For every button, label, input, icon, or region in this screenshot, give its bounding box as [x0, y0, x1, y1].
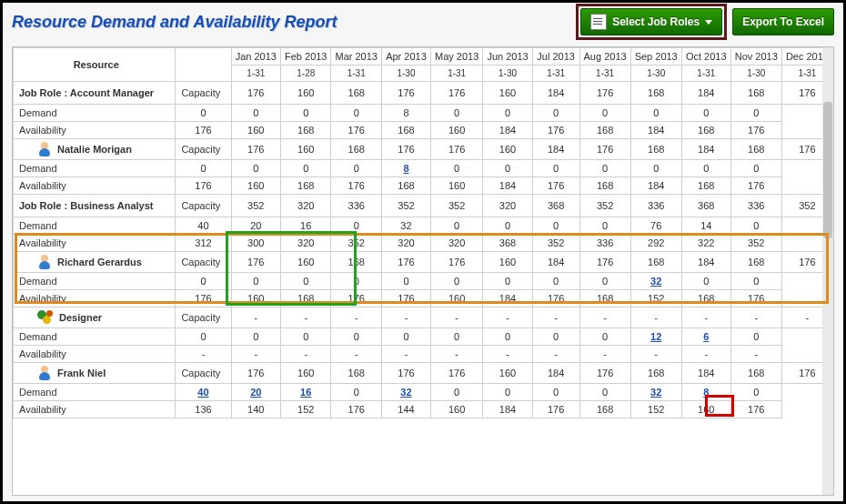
month-header: May 2013	[430, 48, 482, 66]
metric-label: Demand	[14, 160, 176, 177]
demand-link[interactable]: 6	[703, 331, 709, 342]
metric-cell: 168	[331, 363, 381, 384]
metric-cell: 176	[730, 401, 781, 418]
metric-cell: 8	[681, 384, 730, 401]
month-subheader: 1-30	[483, 66, 532, 82]
metric-cell: -	[176, 346, 231, 363]
metric-cell: 0	[579, 273, 630, 290]
demand-link[interactable]: 32	[650, 387, 661, 398]
metric-cell: 160	[281, 363, 331, 384]
metric-cell: 336	[630, 195, 681, 217]
metric-cell: -	[681, 307, 730, 328]
chevron-down-icon	[705, 20, 712, 25]
metric-cell: 168	[381, 177, 430, 195]
metric-cell: 184	[630, 122, 681, 139]
metric-label: Demand	[14, 105, 176, 122]
demand-link[interactable]: 20	[250, 387, 261, 398]
metric-cell: 168	[630, 139, 681, 160]
metric-cell: 168	[281, 122, 331, 139]
metric-label: Availability	[14, 235, 176, 252]
metric-cell: 176	[532, 290, 579, 307]
metric-cell: -	[381, 307, 430, 328]
demand-link[interactable]: 8	[403, 163, 408, 174]
toolbar: Select Job Roles Export To Excel	[576, 4, 834, 40]
metric-cell: 176	[381, 252, 430, 273]
metric-cell: 0	[176, 105, 231, 122]
designer-icon	[37, 310, 54, 325]
metric-cell: 300	[231, 235, 280, 252]
metric-cell: -	[483, 346, 532, 363]
month-subheader: 1-31	[681, 66, 730, 82]
month-subheader: 1-30	[630, 66, 681, 82]
demand-link[interactable]: 32	[650, 276, 661, 287]
metric-cell: 160	[483, 139, 532, 160]
metric-cell: 168	[681, 122, 730, 139]
resource-name: Frank Niel	[57, 368, 106, 378]
month-header: Nov 2013	[730, 48, 781, 66]
metric-cell: 184	[483, 401, 532, 418]
metric-cell: 176	[381, 363, 430, 384]
metric-cell: -	[532, 307, 579, 328]
metric-cell: 144	[381, 401, 430, 418]
select-job-roles-highlight: Select Job Roles	[576, 4, 727, 40]
metric-cell: 176	[331, 122, 381, 139]
user-row: Natalie Morigan	[14, 139, 176, 160]
metric-label: Capacity	[176, 307, 231, 328]
demand-link[interactable]: 12	[650, 331, 661, 342]
metric-cell: 160	[231, 122, 280, 139]
select-job-roles-button[interactable]: Select Job Roles	[580, 8, 722, 35]
top-bar: Resource Demand and Availability Report …	[3, 3, 843, 41]
metric-cell: 184	[681, 252, 730, 273]
metric-cell: 160	[281, 139, 331, 160]
metric-cell: 0	[681, 105, 730, 122]
metric-cell: 176	[331, 177, 381, 195]
demand-link[interactable]: 8	[703, 387, 709, 398]
export-excel-button[interactable]: Export To Excel	[732, 8, 834, 35]
metric-header	[176, 48, 231, 82]
metric-cell: 160	[430, 401, 482, 418]
demand-link[interactable]: 32	[400, 387, 411, 398]
metric-cell: 0	[730, 217, 781, 235]
metric-cell: 0	[430, 273, 482, 290]
metric-cell: 352	[381, 195, 430, 217]
metric-cell: 32	[381, 217, 430, 235]
vertical-scrollbar[interactable]	[822, 47, 833, 495]
metric-cell: 184	[483, 290, 532, 307]
metric-cell: -	[483, 307, 532, 328]
metric-cell: 0	[231, 105, 280, 122]
metric-cell: 160	[281, 82, 331, 105]
metric-cell: -	[430, 346, 482, 363]
designer-row: Designer	[14, 307, 176, 328]
job-role-label: Job Role : Account Manager	[14, 82, 176, 105]
metric-cell: 168	[630, 82, 681, 105]
metric-cell: 0	[430, 217, 482, 235]
metric-cell: 176	[176, 122, 231, 139]
metric-cell: -	[532, 346, 579, 363]
metric-cell: 168	[579, 122, 630, 139]
metric-cell: 176	[730, 122, 781, 139]
metric-cell: 176	[532, 401, 579, 418]
metric-cell: 176	[532, 122, 579, 139]
metric-cell: 184	[483, 122, 532, 139]
scrollbar-thumb[interactable]	[823, 102, 832, 238]
metric-cell: 0	[579, 160, 630, 177]
metric-cell: -	[430, 307, 482, 328]
metric-cell: 0	[381, 328, 430, 346]
metric-cell: 0	[532, 217, 579, 235]
metric-cell: 176	[331, 290, 381, 307]
metric-cell: 40	[176, 384, 231, 401]
metric-cell: 0	[730, 160, 781, 177]
metric-cell: 176	[532, 177, 579, 195]
metric-cell: 136	[176, 401, 231, 418]
demand-link[interactable]: 40	[197, 387, 208, 398]
metric-label: Demand	[14, 328, 176, 346]
metric-label: Availability	[14, 401, 176, 418]
metric-cell: 320	[483, 195, 532, 217]
metric-label: Availability	[14, 346, 176, 363]
metric-cell: 160	[430, 122, 482, 139]
month-subheader: 1-31	[430, 66, 482, 82]
metric-cell: 0	[681, 160, 730, 177]
metric-cell: 320	[281, 195, 331, 217]
demand-link[interactable]: 16	[300, 387, 311, 398]
metric-cell: 20	[231, 384, 280, 401]
